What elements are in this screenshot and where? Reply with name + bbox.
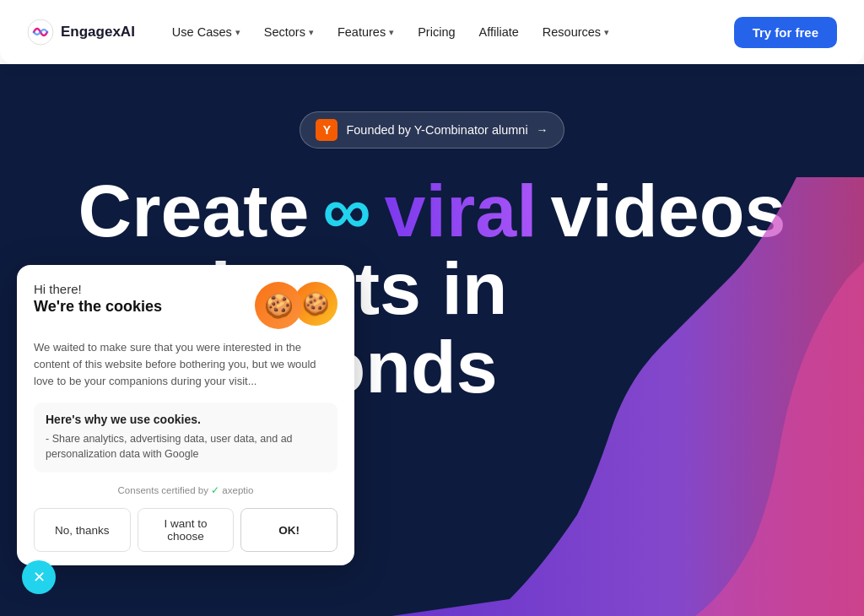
ycombinator-badge[interactable]: Y Founded by Y-Combinator alumni → xyxy=(300,111,564,149)
badge-text: Founded by Y-Combinator alumni xyxy=(346,123,527,137)
nav-use-cases[interactable]: Use Cases ▾ xyxy=(162,19,251,46)
resources-chevron-icon: ▾ xyxy=(604,27,609,38)
cookie-why-section: Here's why we use cookies. - Share analy… xyxy=(34,403,338,473)
cookie-why-title: Here's why we use cookies. xyxy=(46,413,326,426)
nav-features[interactable]: Features ▾ xyxy=(327,19,404,46)
y-badge: Y xyxy=(316,119,338,141)
bg-wave-svg xyxy=(392,177,864,616)
sectors-chevron-icon: ▾ xyxy=(309,27,314,38)
cookie-certified: Consents certified by ✓ axeptio xyxy=(34,484,338,496)
cookie-title: We're the cookies xyxy=(34,298,162,316)
cookie-mascot: 🍪 🍪 xyxy=(255,282,338,329)
cookie-ok-button[interactable]: OK! xyxy=(240,508,338,552)
features-chevron-icon: ▾ xyxy=(389,27,394,38)
axeptio-check-icon: ✓ xyxy=(211,485,222,495)
cookie-choose-button[interactable]: I want to choose xyxy=(138,508,235,552)
nav-sectors[interactable]: Sectors ▾ xyxy=(254,19,324,46)
cookie-header: Hi there! We're the cookies 🍪 🍪 xyxy=(34,282,338,329)
nav-resources[interactable]: Resources ▾ xyxy=(532,19,619,46)
hero-section: Y Founded by Y-Combinator alumni → Creat… xyxy=(0,64,864,616)
axeptio-brand: axeptio xyxy=(222,485,253,495)
logo-text: EngagexAI xyxy=(61,24,135,41)
chat-bubble-button[interactable]: ✕ xyxy=(22,560,56,594)
use-cases-chevron-icon: ▾ xyxy=(235,27,240,38)
close-icon: ✕ xyxy=(33,568,46,586)
logo[interactable]: EngagexAI xyxy=(27,19,135,46)
cookie-body-text: We waited to make sure that you were int… xyxy=(34,339,338,390)
try-for-free-button[interactable]: Try for free xyxy=(734,17,837,48)
infinity-icon: ∞ xyxy=(323,176,371,246)
cookie-header-text: Hi there! We're the cookies xyxy=(34,282,162,316)
logo-icon xyxy=(27,19,54,46)
cookie-popup: Hi there! We're the cookies 🍪 🍪 We waite… xyxy=(17,265,354,565)
cookie-no-thanks-button[interactable]: No, thanks xyxy=(34,508,131,552)
nav-items: Use Cases ▾ Sectors ▾ Features ▾ Pricing… xyxy=(162,19,727,46)
nav-pricing[interactable]: Pricing xyxy=(408,19,465,46)
cookie-hi-text: Hi there! xyxy=(34,282,162,296)
cookie-actions: No, thanks I want to choose OK! xyxy=(34,508,338,552)
cookie-face-1: 🍪 xyxy=(255,282,302,329)
nav-affiliate[interactable]: Affiliate xyxy=(469,19,529,46)
badge-arrow-icon: → xyxy=(537,123,548,137)
hero-create-text: Create xyxy=(78,172,310,250)
cookie-why-body: - Share analytics, advertising data, use… xyxy=(46,431,326,463)
certified-text: Consents certified by xyxy=(118,485,208,495)
navbar: EngagexAI Use Cases ▾ Sectors ▾ Features… xyxy=(0,0,864,64)
